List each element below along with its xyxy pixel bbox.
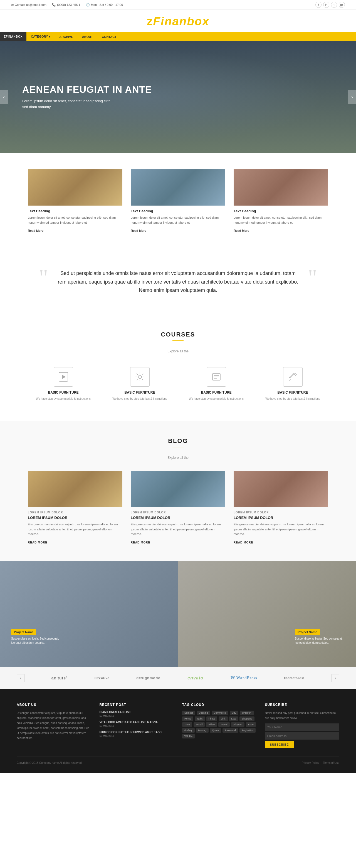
quote-mark-open: " — [39, 266, 48, 288]
tag-children[interactable]: Children — [240, 711, 254, 715]
nav-contact[interactable]: CONTACT — [97, 32, 121, 41]
tag-schall[interactable]: Schall — [193, 722, 205, 727]
course-name-1: BASIC FURNITURE — [31, 391, 96, 395]
logo-main: Finanbox — [153, 15, 209, 28]
svg-marker-1 — [62, 375, 66, 379]
nav-category[interactable]: CATEGORY ▾ — [27, 32, 55, 41]
blog-text-3: Elis gravos marciendri eos vulputm. na l… — [234, 522, 328, 537]
subscribe-button[interactable]: SUBSCRIBE — [265, 741, 294, 748]
blog-post-title-2: LOREM IPSUM DOLOR — [131, 516, 225, 520]
footer-post-date-3: 18 Mar, 2018 — [100, 735, 174, 737]
tag-quote[interactable]: Quote — [210, 728, 221, 733]
hero-prev-arrow[interactable]: ‹ — [0, 90, 8, 104]
footer-grid: ABOUT US Ut congue consectetur aliquam, … — [17, 703, 339, 748]
partner-logo-3: designmodo — [136, 676, 161, 680]
googleplus-icon[interactable]: g+ — [339, 2, 345, 8]
nav-archive[interactable]: ARCHIVE — [55, 32, 78, 41]
tag-pagination[interactable]: Pagination — [240, 728, 256, 733]
tag-cooking[interactable]: Cooking — [197, 711, 210, 715]
blog-image-1 — [28, 471, 122, 507]
tag-gallery[interactable]: Gallery — [182, 728, 195, 733]
blog-section: BLOG Explore all the LOREM IPSUM DOLOR L… — [0, 421, 356, 561]
footer-tags-col: TAG CLOUD Semest Cooking Commerce City C… — [182, 703, 257, 748]
blog-read-more-2[interactable]: READ MORE — [131, 541, 150, 544]
blog-post-3: LOREM IPSUM DOLOR LOREM IPSUM DOLOR Elis… — [234, 471, 328, 545]
course-desc-3: We have step by step tutorials & instruc… — [184, 397, 249, 401]
tag-travel[interactable]: Travel — [218, 722, 230, 727]
partner-logo-5: 𝕎 WordPress — [230, 676, 257, 680]
site-logo[interactable]: zFinanbox — [0, 15, 356, 28]
tag-making[interactable]: Making — [196, 728, 209, 733]
portfolio-bg-2 — [178, 561, 356, 667]
blog-category-1: LOREM IPSUM DOLOR — [28, 511, 122, 514]
blog-subtitle: Explore all the — [28, 456, 328, 460]
course-name-2: BASIC FURNITURE — [107, 391, 172, 395]
facebook-icon[interactable]: f — [315, 2, 322, 8]
terms-link[interactable]: Terms of Use — [323, 761, 339, 764]
blog-read-more-1[interactable]: READ MORE — [28, 541, 47, 544]
tag-photo[interactable]: Photo — [206, 716, 217, 721]
nav-about[interactable]: ABOUT — [78, 32, 97, 41]
blog-category-3: LOREM IPSUM DOLOR — [234, 511, 328, 514]
footer-links: Privacy Policy Terms of Use — [302, 761, 339, 764]
tag-commerce[interactable]: Commerce — [212, 711, 228, 715]
tag-video[interactable]: Video — [206, 722, 217, 727]
footer-recent-col: RECENT POST DIAM LOREM FACILISIS 18 Mar,… — [100, 703, 174, 748]
tag-shopping[interactable]: Shopping — [240, 716, 254, 721]
tag-aliquam[interactable]: Aliquam — [231, 722, 245, 727]
course-desc-4: We have step by step tutorials & instruc… — [260, 397, 325, 401]
tag-home[interactable]: Home — [182, 716, 193, 721]
footer-post-title-3[interactable]: EIRMOD CONPECTETUR EIRMOD AMET KASD — [100, 731, 174, 734]
tag-link[interactable]: Link — [219, 716, 228, 721]
portfolio-item-1: Project Name Suspendisse ac ligula. Sed … — [0, 561, 178, 667]
footer-subscribe-title: SUBSCRIBE — [265, 703, 340, 707]
svg-rect-15 — [289, 373, 294, 378]
card-heading-2: Text Heading — [131, 209, 225, 213]
card-item: Text Heading Lorem ipsum dolor sit amet,… — [28, 169, 122, 233]
partners-next-arrow[interactable]: › — [331, 674, 339, 682]
footer-post-title-2[interactable]: VITAE DICO AMET KASD FACILISIS MAGNA — [100, 721, 174, 724]
partner-logo-2: Creøtive — [94, 676, 109, 680]
card-read-more-2[interactable]: Read More — [131, 229, 146, 232]
footer-post-1: DIAM LOREM FACILISIS 18 Mar, 2018 — [100, 711, 174, 717]
twitter-icon[interactable]: t — [331, 2, 337, 8]
quote-section: " " Sed ut perspiciatis unde omnis iste … — [0, 250, 356, 314]
tag-time[interactable]: Time — [182, 722, 192, 727]
card-read-more-1[interactable]: Read More — [28, 229, 43, 232]
tag-talks[interactable]: Talks — [195, 716, 205, 721]
blog-text-2: Elis gravos marciendri eos vulputm. na l… — [131, 522, 225, 537]
top-bar-contact: ✉ Contact us@email.com 📞 (0000) 123 456 … — [11, 3, 123, 7]
course-item-4: BASIC FURNITURE We have step by step tut… — [257, 364, 328, 404]
blog-text-1: Elis gravos marciendri eos vulputm. na l… — [28, 522, 122, 537]
subscribe-name-input[interactable] — [265, 723, 340, 731]
portfolio-section: Project Name Suspendisse ac ligula. Sed … — [0, 561, 356, 667]
tag-law[interactable]: Law — [229, 716, 238, 721]
blog-grid: LOREM IPSUM DOLOR LOREM IPSUM DOLOR Elis… — [28, 471, 328, 545]
card-item: Text Heading Lorem ipsum dolor sit amet,… — [234, 169, 328, 233]
nav-brand[interactable]: ZFINANBOX — [0, 32, 27, 41]
social-links: f in t g+ — [315, 2, 345, 8]
quote-mark-close: " — [308, 266, 317, 288]
tag-wildlife[interactable]: Wildlife — [182, 734, 195, 739]
tag-love[interactable]: Love — [246, 722, 256, 727]
quote-text: Sed ut perspiciatis unde omnis iste natu… — [56, 269, 300, 295]
partners-prev-arrow[interactable]: ‹ — [17, 674, 25, 682]
footer-post-title-1[interactable]: DIAM LOREM FACILISIS — [100, 711, 174, 714]
svg-line-17 — [289, 379, 291, 380]
blog-image-3 — [234, 471, 328, 507]
privacy-policy-link[interactable]: Privacy Policy — [302, 761, 319, 764]
footer-post-2: VITAE DICO AMET KASD FACILISIS MAGNA 18 … — [100, 721, 174, 727]
svg-point-2 — [138, 375, 142, 378]
card-item: Text Heading Lorem ipsum dolor sit amet,… — [131, 169, 225, 233]
card-read-more-3[interactable]: Read More — [234, 229, 249, 232]
tag-city[interactable]: City — [230, 711, 239, 715]
hero-next-arrow[interactable]: › — [348, 90, 356, 104]
tag-password[interactable]: Password — [222, 728, 238, 733]
course-desc-1: We have step by step tutorials & instruc… — [31, 397, 96, 401]
svg-line-9 — [142, 374, 143, 375]
tag-semest[interactable]: Semest — [182, 711, 195, 715]
linkedin-icon[interactable]: in — [323, 2, 329, 8]
portfolio-label-1: Project Name Suspendisse ac ligula. Sed … — [11, 629, 61, 645]
blog-read-more-3[interactable]: READ MORE — [234, 541, 253, 544]
subscribe-email-input[interactable] — [265, 732, 340, 740]
